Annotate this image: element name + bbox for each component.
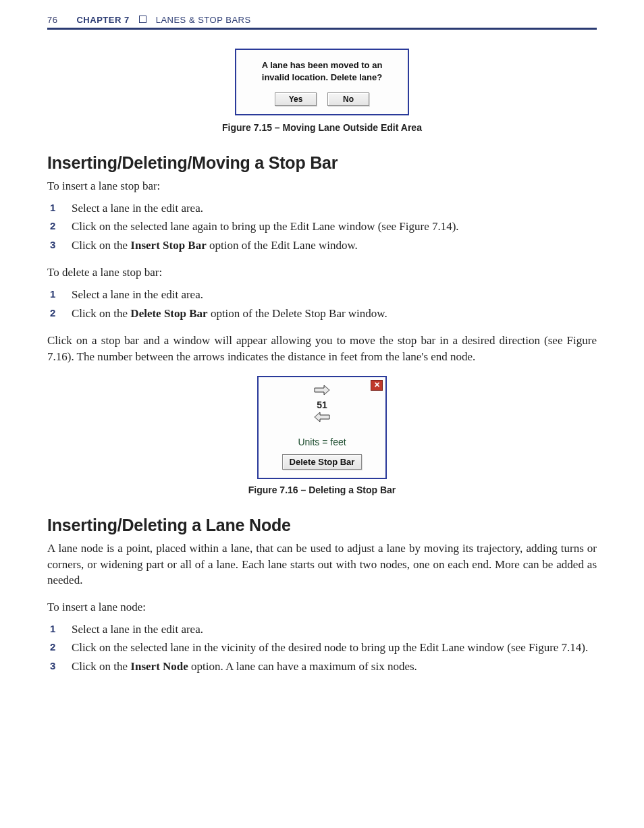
dialog-message: A lane has been moved to an invalid loca…	[244, 59, 400, 83]
list-item: Select a lane in the edit area.	[47, 286, 597, 304]
insert-lane-node-steps: Select a lane in the edit area. Click on…	[47, 621, 597, 675]
page-number: 76	[47, 15, 57, 25]
arrow-right-icon[interactable]	[264, 384, 380, 399]
close-icon[interactable]: ✕	[371, 380, 383, 391]
running-header: 76 CHAPTER 7 LANES & STOP BARS	[47, 15, 597, 25]
header-rule	[47, 28, 597, 30]
step-bold: Delete Stop Bar	[130, 307, 207, 320]
list-item: Select a lane in the edit area.	[47, 200, 597, 217]
units-label: Units = feet	[259, 433, 385, 454]
section-heading-stop-bar: Inserting/Deleting/Moving a Stop Bar	[47, 153, 597, 173]
intro-delete-stop-bar: To delete a lane stop bar:	[47, 265, 597, 281]
step-text: Click on the selected lane again to brin…	[72, 220, 459, 233]
list-item: Click on the Delete Stop Bar option of t…	[47, 305, 597, 323]
stop-bar-distance: 51	[264, 399, 380, 410]
list-item: Click on the selected lane in the vicini…	[47, 639, 597, 657]
list-item: Click on the Insert Node option. A lane …	[47, 658, 597, 675]
step-text: Click on the selected lane in the vicini…	[72, 641, 588, 654]
intro-insert-stop-bar: To insert a lane stop bar:	[47, 178, 597, 194]
dialog-message-line2: invalid location. Delete lane?	[262, 72, 382, 82]
step-text: Select a lane in the edit area.	[72, 202, 203, 215]
intro-insert-lane-node: To insert a lane node:	[47, 599, 597, 615]
yes-button[interactable]: Yes	[275, 92, 317, 106]
delete-stop-bar-button[interactable]: Delete Stop Bar	[282, 454, 363, 470]
confirm-delete-lane-dialog: A lane has been moved to an invalid loca…	[235, 49, 409, 115]
step-text: Select a lane in the edit area.	[72, 288, 203, 301]
arrow-left-icon[interactable]	[264, 411, 380, 426]
list-item: Click on the selected lane again to brin…	[47, 218, 597, 236]
square-bullet-icon	[139, 16, 146, 23]
move-stop-bar-dialog: ✕ 51 Units = feet Delete Stop Bar	[257, 376, 387, 479]
section-heading-lane-node: Inserting/Deleting a Lane Node	[47, 516, 597, 535]
list-item: Click on the Insert Stop Bar option of t…	[47, 237, 597, 254]
step-bold: Insert Stop Bar	[130, 239, 206, 252]
chapter-label: CHAPTER 7	[76, 15, 129, 25]
figure-715-caption: Figure 7.15 – Moving Lane Outside Edit A…	[47, 122, 597, 133]
step-text: Select a lane in the edit area.	[72, 623, 203, 636]
dialog-message-line1: A lane has been moved to an	[262, 60, 383, 70]
delete-stop-bar-steps: Select a lane in the edit area. Click on…	[47, 286, 597, 322]
step-bold: Insert Node	[130, 660, 188, 673]
no-button[interactable]: No	[327, 92, 369, 106]
figure-716-caption: Figure 7.16 – Deleting a Stop Bar	[47, 485, 597, 495]
step-text: option. A lane can have a maximum of six…	[188, 660, 417, 673]
step-text: option of the Delete Stop Bar window.	[208, 307, 387, 320]
step-text: Click on the	[72, 307, 130, 320]
step-text: Click on the	[72, 660, 130, 673]
list-item: Select a lane in the edit area.	[47, 621, 597, 638]
move-stop-bar-paragraph: Click on a stop bar and a window will ap…	[47, 333, 597, 365]
step-text: Click on the	[72, 239, 130, 252]
lane-node-paragraph: A lane node is a point, placed within a …	[47, 541, 597, 588]
step-text: option of the Edit Lane window.	[207, 239, 358, 252]
chapter-title: LANES & STOP BARS	[156, 15, 251, 25]
insert-stop-bar-steps: Select a lane in the edit area. Click on…	[47, 200, 597, 254]
